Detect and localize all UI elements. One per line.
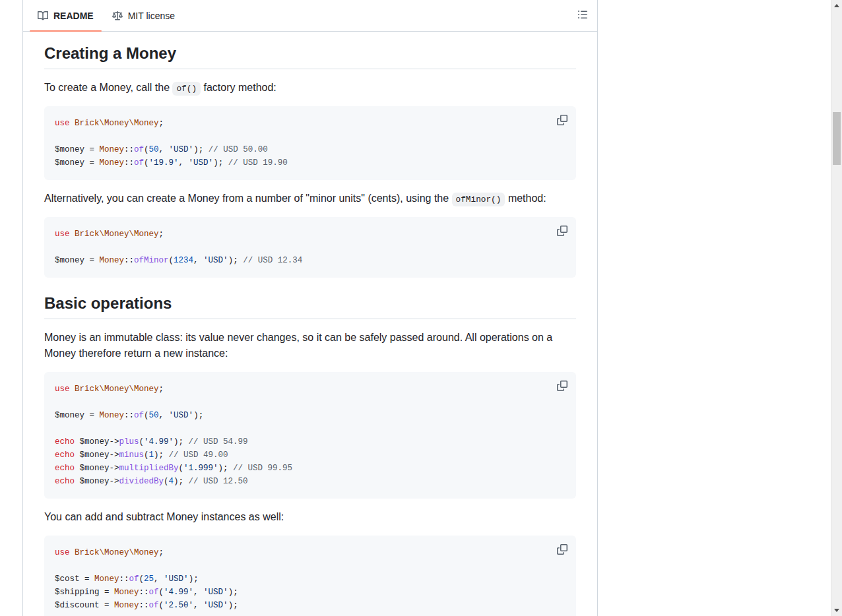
code-line: use Brick\Money\Money; (55, 228, 566, 241)
code-line: use Brick\Money\Money; (55, 546, 566, 559)
law-icon (112, 11, 123, 21)
code-line (55, 396, 566, 409)
code-content: use Brick\Money\Money;$money = Money::of… (44, 372, 576, 499)
code-content: use Brick\Money\Money;$money = Money::of… (44, 217, 576, 278)
copy-button[interactable] (552, 221, 572, 241)
tab-mit-license[interactable]: MIT license (103, 0, 184, 31)
paragraph: Money is an immutable class: its value n… (44, 330, 576, 361)
code-line: echo $money->minus(1); // USD 49.00 (55, 448, 566, 462)
paragraph: To create a Money, call the of() factory… (44, 80, 576, 96)
code-line: $money = Money::of(50, 'USD'); (55, 409, 566, 422)
code-content: use Brick\Money\Money;$cost = Money::of(… (44, 536, 576, 616)
copy-icon (557, 381, 567, 391)
scrollbar-thumb[interactable] (833, 112, 841, 165)
copy-icon (557, 226, 567, 236)
list-unordered-icon (577, 9, 588, 22)
code-line: $money = Money::of(50, 'USD'); // USD 50… (55, 143, 566, 156)
code-line: $cost = Money::of(25, 'USD'); (55, 572, 566, 586)
code-line (55, 422, 566, 435)
code-line: use Brick\Money\Money; (55, 117, 566, 130)
code-block: use Brick\Money\Money;$money = Money::of… (44, 217, 576, 278)
paragraph: You can add and subtract Money instances… (44, 509, 576, 525)
code-line: $shipping = Money::of('4.99', 'USD'); (55, 586, 566, 599)
code-line: echo $money->multipliedBy('1.999'); // U… (55, 462, 566, 475)
page: READMEMIT license Creating a MoneyTo cre… (0, 0, 842, 616)
code-line: $discount = Money::of('2.50', 'USD'); (55, 599, 566, 612)
scrollbar-track[interactable] (831, 0, 842, 616)
code-line: $money = Money::ofMinor(1234, 'USD'); //… (55, 254, 566, 267)
section-heading: Creating a Money (44, 44, 576, 69)
readme-panel: READMEMIT license Creating a MoneyTo cre… (22, 0, 598, 616)
copy-icon (557, 115, 567, 125)
inline-code: ofMinor() (452, 193, 505, 206)
tab-readme[interactable]: README (28, 0, 103, 31)
code-line: $money = Money::of('19.9', 'USD'); // US… (55, 156, 566, 169)
copy-icon (557, 544, 567, 555)
code-line: echo $money->dividedBy(4); // USD 12.50 (55, 475, 566, 488)
readme-article: Creating a MoneyTo create a Money, call … (23, 32, 597, 616)
scrollbar-down-button[interactable] (831, 605, 842, 616)
code-line: echo $money->plus('4.99'); // USD 54.99 (55, 435, 566, 448)
paragraph: Alternatively, you can create a Money fr… (44, 191, 576, 206)
code-block: use Brick\Money\Money;$money = Money::of… (44, 372, 576, 499)
scroll-up-icon (834, 4, 839, 7)
code-content: use Brick\Money\Money;$money = Money::of… (44, 106, 576, 180)
section-heading: Basic operations (44, 293, 576, 319)
code-line: use Brick\Money\Money; (55, 383, 566, 396)
file-tabs: READMEMIT license (23, 0, 597, 32)
code-block: use Brick\Money\Money;$cost = Money::of(… (44, 536, 576, 616)
outline-button[interactable] (573, 7, 592, 25)
scrollbar-up-button[interactable] (831, 0, 842, 11)
copy-button[interactable] (552, 376, 572, 396)
code-block: use Brick\Money\Money;$money = Money::of… (44, 106, 576, 180)
inline-code: of() (172, 82, 201, 96)
book-icon (38, 11, 48, 21)
tab-label: README (53, 11, 94, 21)
code-line (55, 241, 566, 254)
code-line (55, 559, 566, 572)
copy-button[interactable] (552, 110, 572, 130)
scroll-down-icon (834, 609, 839, 612)
code-line (55, 130, 566, 143)
tab-label: MIT license (128, 11, 175, 21)
copy-button[interactable] (552, 539, 572, 559)
